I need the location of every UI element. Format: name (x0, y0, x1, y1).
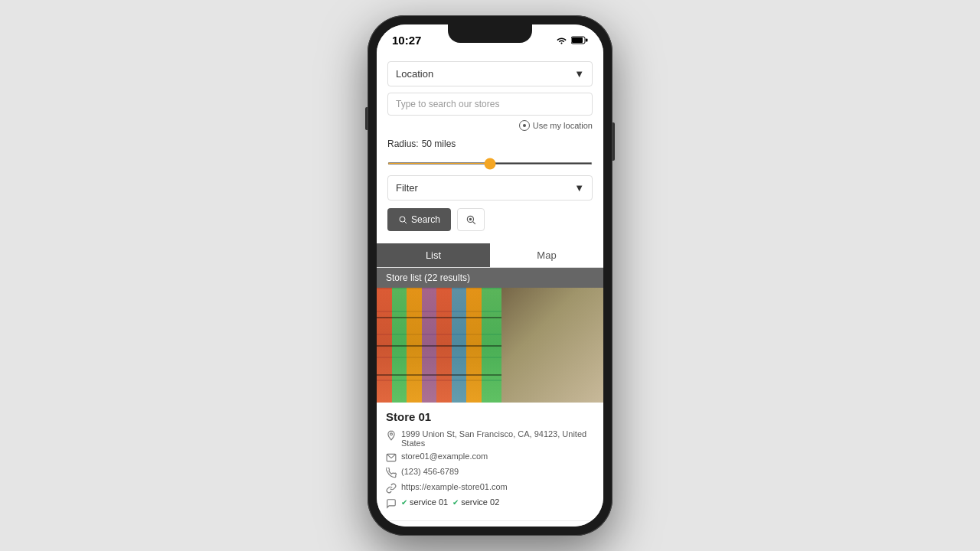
filter-label: Filter (396, 182, 418, 194)
wifi-icon (556, 36, 567, 44)
radius-slider[interactable] (387, 162, 593, 165)
tab-map[interactable]: Map (490, 243, 603, 267)
filter-dropdown-arrow: ▼ (574, 182, 584, 194)
store-info-card: Store 01 1999 Union St, San Francisco, C… (377, 403, 603, 520)
store-phone-row[interactable]: (123) 456-6789 (386, 467, 594, 478)
store-address: 1999 Union St, San Francisco, CA, 94123,… (401, 429, 594, 448)
services-icon (386, 498, 397, 509)
search-button[interactable]: Search (387, 208, 451, 231)
location-dropdown[interactable]: Location ▼ (387, 61, 593, 86)
store-address-row: 1999 Union St, San Francisco, CA, 94123,… (386, 429, 594, 448)
social-share-row: f ▶ t in (377, 520, 603, 527)
content-area[interactable]: Location ▼ Type to search our stores Use… (377, 52, 603, 527)
store-website: https://example-store01.com (401, 482, 508, 491)
battery-icon (571, 36, 588, 44)
store-services-row: ✔ service 01 ✔ service 02 (386, 497, 594, 509)
store-list-header: Store list (22 results) (377, 268, 603, 288)
svg-line-6 (473, 222, 475, 224)
store-email-row[interactable]: store01@example.com (386, 452, 594, 463)
svg-rect-1 (572, 37, 583, 43)
store-image (377, 288, 603, 403)
store-website-row[interactable]: https://example-store01.com (386, 482, 594, 494)
services-list: ✔ service 01 ✔ service 02 (401, 497, 499, 507)
phone-screen: 10:27 Location ▼ (377, 24, 603, 527)
use-location-row[interactable]: Use my location (387, 120, 593, 131)
location-icon (519, 120, 530, 131)
nearby-icon (466, 214, 476, 225)
store-name: Store 01 (386, 410, 594, 423)
tab-list[interactable]: List (377, 243, 490, 267)
link-icon (386, 483, 397, 494)
search-section: Location ▼ Type to search our stores Use… (377, 52, 603, 243)
email-icon (386, 452, 397, 463)
store-phone: (123) 456-6789 (401, 467, 459, 476)
search-button-icon (398, 215, 407, 224)
location-dropdown-arrow: ▼ (574, 68, 584, 80)
action-buttons: Search (387, 208, 593, 231)
use-location-label: Use my location (533, 121, 593, 130)
shelf-line-2 (377, 345, 501, 347)
view-tabs: List Map (377, 243, 603, 268)
service-1: ✔ service 01 (401, 497, 448, 507)
status-time: 10:27 (392, 34, 421, 47)
search-button-label: Search (411, 214, 440, 225)
notch (448, 24, 532, 43)
power-button (612, 122, 615, 161)
filter-dropdown[interactable]: Filter ▼ (387, 175, 593, 201)
phone-frame: 10:27 Location ▼ (368, 15, 612, 536)
volume-button (365, 107, 368, 130)
service-2-label: service 02 (461, 497, 499, 507)
phone-icon (386, 468, 397, 478)
radius-row: Radius: 50 miles (387, 139, 593, 149)
service-2-check: ✔ (452, 498, 459, 507)
radius-slider-container[interactable] (387, 154, 593, 168)
radius-value: 50 miles (422, 139, 456, 149)
location-label: Location (396, 68, 433, 80)
store-email: store01@example.com (401, 452, 488, 461)
store-search-input[interactable]: Type to search our stores (387, 93, 593, 116)
store-shelves-bg (377, 288, 501, 403)
service-1-label: service 01 (410, 497, 448, 507)
address-icon (386, 430, 397, 441)
service-1-check: ✔ (401, 498, 407, 507)
status-icons (556, 36, 588, 44)
shelf-line-3 (377, 374, 501, 376)
svg-point-7 (469, 218, 471, 220)
svg-line-4 (404, 221, 407, 223)
radius-label: Radius: (387, 139, 419, 149)
results-count: Store list (22 results) (386, 272, 470, 283)
service-2: ✔ service 02 (452, 497, 499, 507)
nearby-search-button[interactable] (457, 208, 485, 231)
svg-rect-2 (586, 38, 588, 41)
svg-point-3 (400, 217, 405, 222)
shelf-line-1 (377, 317, 501, 318)
